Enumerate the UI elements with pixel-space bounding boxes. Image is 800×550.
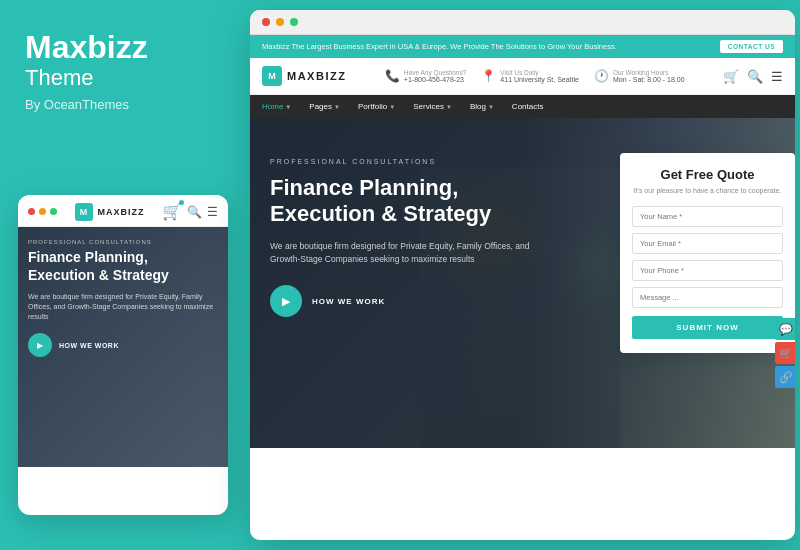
cart-icon[interactable]: 🛒 [162, 202, 182, 221]
mobile-play-button[interactable]: ▶ [28, 333, 52, 357]
desktop-nav-info: 📞 Have Any Questions? +1-800-456-478-23 … [385, 69, 685, 83]
brand-title: Maxbizz [25, 30, 220, 65]
menu-services-label: Services [413, 102, 444, 111]
mobile-logo-text: MAXBIZZ [98, 207, 145, 217]
home-arrow: ▼ [285, 104, 291, 110]
dot-red [28, 208, 35, 215]
location-label: Visit Us Daily [500, 69, 579, 76]
quote-message-input[interactable] [632, 287, 783, 308]
phone-label: Have Any Questions? [404, 69, 467, 76]
contact-us-button[interactable]: CONTACT US [720, 40, 783, 53]
mobile-browser-dots [28, 208, 57, 215]
nav-location-info: 📍 Visit Us Daily 411 University St, Seat… [481, 69, 579, 83]
desktop-nav: M MAXBIZZ 📞 Have Any Questions? +1-800-4… [250, 58, 795, 95]
portfolio-arrow: ▼ [389, 104, 395, 110]
hero-play-button[interactable]: ▶ [270, 285, 302, 317]
hours-label: Our Working Hours [613, 69, 685, 76]
topbar-text: Maxbizz The Largest Business Expert in U… [262, 42, 617, 51]
chrome-dot-red [262, 18, 270, 26]
mobile-logo-icon: M [75, 203, 93, 221]
chrome-dot-green [290, 18, 298, 26]
menu-pages-label: Pages [309, 102, 332, 111]
phone-icon: 📞 [385, 69, 400, 83]
nav-location-text: Visit Us Daily 411 University St, Seattl… [500, 69, 579, 83]
mobile-hero-desc: We are boutique firm designed for Privat… [28, 292, 218, 321]
search-icon[interactable]: 🔍 [187, 205, 202, 219]
hero-cta-label: HOW WE WORK [312, 297, 385, 306]
nav-hours-text: Our Working Hours Mon - Sat: 8.00 - 18.0… [613, 69, 685, 83]
dot-yellow [39, 208, 46, 215]
clock-icon: 🕐 [594, 69, 609, 83]
desktop-hero: PROFESSIONAL CONSULTATIONS Finance Plann… [250, 118, 795, 448]
location-value: 411 University St, Seattle [500, 76, 579, 83]
mobile-logo: M MAXBIZZ [75, 203, 145, 221]
quote-form-subtitle: It's our pleasure to have a chance to co… [632, 186, 783, 195]
cart-widget[interactable]: 🛒 [775, 342, 795, 364]
hours-value: Mon - Sat: 8.00 - 18.00 [613, 76, 685, 83]
menu-contacts-label: Contacts [512, 102, 544, 111]
quote-phone-input[interactable] [632, 260, 783, 281]
menu-portfolio-label: Portfolio [358, 102, 387, 111]
hero-tag: PROFESSIONAL CONSULTATIONS [270, 158, 540, 165]
brand-by: By OceanThemes [25, 97, 220, 112]
desktop-menu: Home ▼ Pages ▼ Portfolio ▼ Services ▼ Bl… [250, 95, 795, 118]
desktop-logo-icon: M [262, 66, 282, 86]
hero-desc: We are boutique firm designed for Privat… [270, 240, 540, 266]
desktop-logo-text: MAXBIZZ [287, 70, 346, 82]
side-widgets: 💬 🛒 🔗 [775, 318, 795, 388]
mobile-cta[interactable]: ▶ HOW WE WORK [28, 333, 218, 357]
chat-widget[interactable]: 💬 [775, 318, 795, 340]
quote-submit-button[interactable]: SUBMIT NOW [632, 316, 783, 339]
nav-phone-info: 📞 Have Any Questions? +1-800-456-478-23 [385, 69, 467, 83]
quote-name-input[interactable] [632, 206, 783, 227]
pages-arrow: ▼ [334, 104, 340, 110]
blog-arrow: ▼ [488, 104, 494, 110]
menu-item-blog[interactable]: Blog ▼ [470, 102, 494, 111]
desktop-topbar: Maxbizz The Largest Business Expert in U… [250, 35, 795, 58]
phone-value: +1-800-456-478-23 [404, 76, 467, 83]
hero-heading: Finance Planning, Execution & Strategy [270, 175, 540, 228]
nav-hours-info: 🕐 Our Working Hours Mon - Sat: 8.00 - 18… [594, 69, 685, 83]
brand-subtitle: Theme [25, 65, 220, 91]
menu-blog-label: Blog [470, 102, 486, 111]
quote-email-input[interactable] [632, 233, 783, 254]
quote-form-title: Get Free Quote [632, 167, 783, 182]
menu-item-contacts[interactable]: Contacts [512, 102, 544, 111]
browser-chrome [250, 10, 795, 35]
mobile-hero: PROFESSIONAL CONSULTATIONS Finance Plann… [18, 227, 228, 467]
desktop-nav-icons: 🛒 🔍 ☰ [723, 69, 783, 84]
mobile-nav-icons: 🛒 🔍 ☰ [162, 202, 218, 221]
services-arrow: ▼ [446, 104, 452, 110]
menu-item-portfolio[interactable]: Portfolio ▼ [358, 102, 395, 111]
dot-green [50, 208, 57, 215]
chrome-dot-yellow [276, 18, 284, 26]
share-widget[interactable]: 🔗 [775, 366, 795, 388]
menu-home-label: Home [262, 102, 283, 111]
menu-item-pages[interactable]: Pages ▼ [309, 102, 340, 111]
menu-icon[interactable]: ☰ [207, 205, 218, 219]
desktop-cart-icon[interactable]: 🛒 [723, 69, 739, 84]
mobile-hero-heading: Finance Planning, Execution & Strategy [28, 249, 218, 284]
desktop-menu-icon[interactable]: ☰ [771, 69, 783, 84]
hero-cta[interactable]: ▶ HOW WE WORK [270, 285, 540, 317]
mobile-cta-label: HOW WE WORK [59, 342, 119, 349]
desktop-logo: M MAXBIZZ [262, 66, 346, 86]
mobile-hero-tag: PROFESSIONAL CONSULTATIONS [28, 239, 218, 245]
menu-item-home[interactable]: Home ▼ [262, 102, 291, 111]
desktop-search-icon[interactable]: 🔍 [747, 69, 763, 84]
left-panel: Maxbizz Theme By OceanThemes M MAXBIZZ 🛒… [0, 0, 245, 550]
nav-phone-text: Have Any Questions? +1-800-456-478-23 [404, 69, 467, 83]
quote-form: Get Free Quote It's our pleasure to have… [620, 153, 795, 353]
hero-content: PROFESSIONAL CONSULTATIONS Finance Plann… [250, 118, 560, 337]
menu-item-services[interactable]: Services ▼ [413, 102, 452, 111]
mobile-hero-content: PROFESSIONAL CONSULTATIONS Finance Plann… [28, 239, 218, 357]
location-icon: 📍 [481, 69, 496, 83]
desktop-preview: Maxbizz The Largest Business Expert in U… [250, 10, 795, 540]
mobile-preview: M MAXBIZZ 🛒 🔍 ☰ PROFESSIONAL CONSULTATIO… [18, 195, 228, 515]
mobile-topbar: M MAXBIZZ 🛒 🔍 ☰ [18, 195, 228, 227]
